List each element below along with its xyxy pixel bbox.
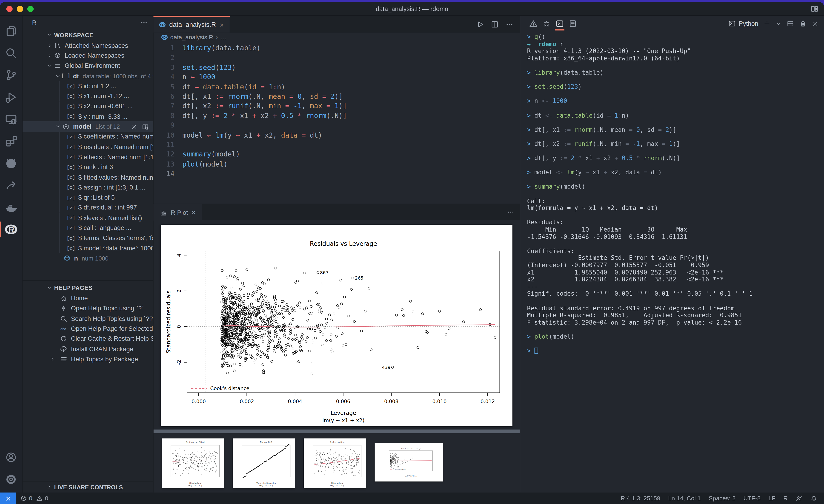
kill-terminal-button[interactable] [799, 20, 807, 27]
plot-thumbnail-scale-location[interactable]: Scale-LocationFitted valueslm(y ~ x1 + x… [304, 438, 366, 488]
breadcrumb[interactable]: R data_analysis.R › … [153, 33, 520, 42]
code-line[interactable]: 5dt ← data.table(id = 1:n) [153, 82, 520, 92]
tree-item[interactable]: [⊘]$ id: int 1 2 ... [22, 81, 153, 91]
plot-thumbnail-residuals-vs-leverage[interactable]: Residuals vs LeverageCook's distanceLeve… [375, 443, 443, 482]
activity-source-control-icon[interactable] [0, 64, 22, 86]
status-r[interactable]: R [783, 495, 788, 501]
help-item-open-help-topic-using[interactable]: Open Help Topic using `?` [22, 303, 153, 313]
tree-item[interactable]: Global Environment [22, 60, 153, 71]
help-item-search-help-topics-using[interactable]: Search Help Topics using `??` [22, 313, 153, 324]
tree-item[interactable]: [⊘]$ model :'data.frame': 1000 obs. ... [22, 243, 153, 253]
close-panel-button[interactable] [812, 20, 819, 27]
tree-item[interactable]: modelList of 12 [22, 122, 153, 132]
activity-run-debug-icon[interactable] [0, 86, 22, 108]
tree-item[interactable]: Attached Namespaces [22, 40, 153, 50]
status-utf-8[interactable]: UTF-8 [743, 495, 761, 501]
horizontal-scrollbar[interactable] [153, 429, 520, 433]
code-line[interactable]: 8dt[, y := 2 * x1 + x2 + 0.5 * rnorm(.N)… [153, 111, 520, 121]
tab-data-analysis[interactable]: R data_analysis.R × [153, 16, 230, 33]
help-item-home[interactable]: Home [22, 293, 153, 303]
code-line[interactable]: 3set.seed(123) [153, 63, 520, 73]
activity-account-icon[interactable] [0, 446, 22, 468]
activity-extensions-icon[interactable] [0, 130, 22, 152]
help-item-help-topics-by-package[interactable]: Help Topics by Package [22, 354, 153, 364]
panel-tab-terminal-icon[interactable] [554, 18, 565, 29]
plot-thumbnail-residuals-vs-fitted[interactable]: Residuals vs FittedFitted valueslm(y ~ x… [162, 438, 224, 488]
code-line[interactable]: 12summary(model) [153, 150, 520, 159]
code-line[interactable]: 4n ← 1000 [153, 73, 520, 82]
close-icon[interactable] [131, 123, 138, 130]
code-line[interactable]: 7dt[, x2 := runif(.N, min = -1, max = 1)… [153, 102, 520, 111]
tree-item[interactable]: [⊘]$ df.residual : int 997 [22, 203, 153, 213]
help-item-clear-cache-restart-help-server[interactable]: Clear Cache & Restart Help Server [22, 334, 153, 344]
section-help-pages[interactable]: HELP PAGES [22, 282, 153, 293]
close-plot-tab-icon[interactable]: × [192, 208, 196, 216]
status-spaces-2[interactable]: Spaces: 2 [709, 495, 735, 501]
tree-item[interactable]: [⊘]$ residuals : Named num [1:1000... [22, 142, 153, 152]
code-line[interactable]: 2 [153, 53, 520, 63]
new-terminal-button[interactable] [763, 20, 770, 27]
tree-item[interactable]: [⊘]$ rank : int 3 [22, 162, 153, 172]
tree-item[interactable]: [⊘]$ effects : Named num [1:1000] -... [22, 152, 153, 162]
activity-github-icon[interactable] [0, 152, 22, 174]
panel-tab-output-icon[interactable] [567, 18, 579, 29]
split-editor-button[interactable] [491, 20, 499, 28]
tab-r-plot[interactable]: R Plot × [153, 204, 202, 221]
status-r-4-1-3-25159[interactable]: R 4.1.3: 25159 [621, 495, 660, 501]
tree-item[interactable]: [⊘]$ terms :Classes 'terms', 'formul... [22, 233, 153, 243]
help-item-install-cran-package[interactable]: Install CRAN Package [22, 344, 153, 354]
status-ln-14-col-1[interactable]: Ln 14, Col 1 [668, 495, 701, 501]
activity-settings-icon[interactable] [0, 468, 22, 490]
breadcrumb-file[interactable]: data_analysis.R [170, 34, 213, 40]
help-item-open-help-page-for-selected-text[interactable]: abcOpen Help Page for Selected Text [22, 324, 153, 334]
code-line[interactable]: 1library(data.table) [153, 44, 520, 53]
activity-search-icon[interactable] [0, 42, 22, 64]
section-workspace[interactable]: WORKSPACE [22, 29, 153, 40]
close-tab-icon[interactable]: × [220, 21, 223, 28]
code-editor[interactable]: 1library(data.table)23set.seed(123)4n ← … [153, 42, 520, 204]
tree-item[interactable]: [⊘]$ x1: num -1.12 ... [22, 91, 153, 101]
activity-live-share-icon[interactable] [0, 174, 22, 197]
run-file-button[interactable] [476, 20, 484, 28]
panel-tab-debug-console-icon[interactable] [541, 18, 552, 29]
open-viewer-icon[interactable] [142, 123, 149, 130]
problems-status[interactable]: 0 0 [20, 495, 48, 501]
editor-more-actions-button[interactable] [506, 20, 513, 28]
code-line[interactable]: 13plot(model) [153, 159, 520, 169]
activity-explorer-icon[interactable] [0, 20, 22, 42]
tree-item[interactable]: [⊘]$ coefficients : Named num [1:3]... [22, 132, 153, 142]
status-lf[interactable]: LF [768, 495, 776, 501]
panel-tab-problems-icon[interactable] [528, 18, 539, 29]
terminal-dropdown-icon[interactable] [776, 21, 782, 26]
plot-more-actions-icon[interactable] [507, 208, 515, 216]
customize-layout-icon[interactable] [810, 5, 819, 13]
tree-item[interactable]: [⊘]$ x2: num -0.681 ... [22, 101, 153, 111]
feedback-icon[interactable] [796, 495, 803, 502]
activity-r-icon[interactable]: R [0, 219, 22, 241]
tree-item[interactable]: [⊘]$ xlevels : Named list() [22, 213, 153, 223]
code-line[interactable]: 14 [153, 169, 520, 179]
code-line[interactable]: 10model ← lm(y ~ x1 + x2, data = dt) [153, 130, 520, 140]
terminal-cursor[interactable] [534, 348, 538, 354]
active-terminal[interactable]: Python [728, 20, 758, 27]
code-line[interactable]: 6dt[, x1 := rnorm(.N, mean = 0, sd = 2)] [153, 92, 520, 102]
tree-item[interactable]: Loaded Namespaces [22, 50, 153, 60]
code-line[interactable]: 9 [153, 121, 520, 130]
section-live-share-controls[interactable]: LIVE SHARE CONTROLS [22, 481, 153, 493]
plot-thumbnail-normal-q-q[interactable]: Normal Q-QTheoretical Quantileslm(y ~ x1… [233, 438, 295, 488]
activity-remote-explorer-icon[interactable] [0, 108, 22, 130]
code-line[interactable]: 11 [153, 140, 520, 150]
notifications-icon[interactable] [810, 495, 817, 502]
terminal-output[interactable]: > q()→ rdemo rR version 4.1.3 (2022-03-1… [520, 31, 824, 493]
tree-item[interactable]: nnum 1000 [22, 253, 153, 263]
tree-item[interactable]: [⊘]$ fitted.values: Named num [1:10... [22, 172, 153, 182]
tree-item[interactable]: [⊘]$ qr :List of 5 [22, 193, 153, 203]
activity-docker-icon[interactable] [0, 197, 22, 219]
breadcrumb-symbol[interactable]: … [220, 34, 226, 40]
tree-item[interactable]: [ ]dtdata.table: 1000 obs. of 4 varia... [22, 71, 153, 81]
tree-item[interactable]: [⊘]$ assign : int [1:3] 0 1 ... [22, 182, 153, 192]
tree-item[interactable]: [⊘]$ call : language ... [22, 223, 153, 233]
split-terminal-button[interactable] [787, 20, 794, 27]
remote-indicator[interactable] [0, 493, 16, 504]
sidebar-more-icon[interactable] [140, 19, 147, 26]
